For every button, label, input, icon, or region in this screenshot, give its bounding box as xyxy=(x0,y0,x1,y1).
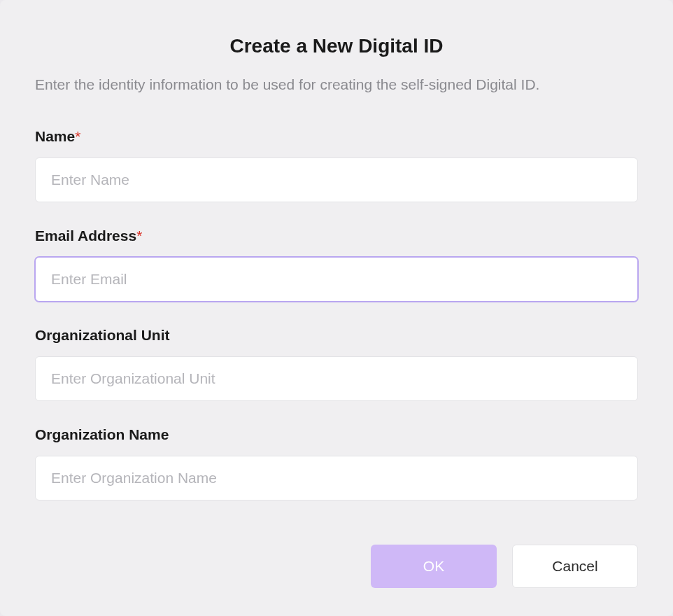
org-name-label: Organization Name xyxy=(35,426,638,443)
name-input[interactable] xyxy=(35,158,638,202)
ok-button[interactable]: OK xyxy=(371,545,497,588)
email-input[interactable] xyxy=(35,257,638,302)
dialog-title: Create a New Digital ID xyxy=(35,35,638,57)
form-group-org-name: Organization Name xyxy=(35,426,638,500)
email-label-text: Email Address xyxy=(35,227,136,244)
button-row: OK Cancel xyxy=(35,531,638,588)
required-mark: * xyxy=(75,128,80,144)
name-label: Name* xyxy=(35,128,638,145)
dialog-subtitle: Enter the identity information to be use… xyxy=(35,74,638,94)
email-label: Email Address* xyxy=(35,227,638,244)
cancel-button[interactable]: Cancel xyxy=(512,545,638,588)
form-group-email: Email Address* xyxy=(35,227,638,302)
form-group-name: Name* xyxy=(35,128,638,202)
form-group-org-unit: Organizational Unit xyxy=(35,327,638,401)
create-digital-id-dialog: Create a New Digital ID Enter the identi… xyxy=(0,0,673,616)
name-label-text: Name xyxy=(35,128,75,144)
required-mark: * xyxy=(136,227,142,244)
org-unit-input[interactable] xyxy=(35,356,638,401)
org-unit-label: Organizational Unit xyxy=(35,327,638,344)
org-name-input[interactable] xyxy=(35,456,638,500)
